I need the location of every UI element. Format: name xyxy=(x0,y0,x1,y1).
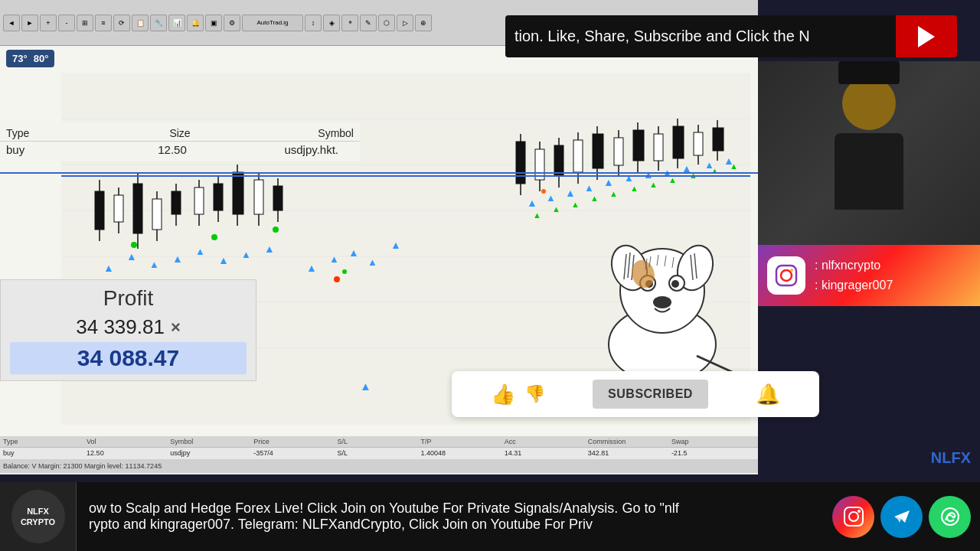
svg-point-115 xyxy=(781,270,792,281)
telegram-social-button[interactable] xyxy=(880,496,923,538)
svg-rect-48 xyxy=(713,128,724,151)
toolbar-btn-14[interactable]: ↕ xyxy=(305,15,322,31)
toolbar-btn-18[interactable]: ⬡ xyxy=(378,15,395,31)
cell-swap: -21.5 xyxy=(671,449,755,457)
chart-horizontal-line xyxy=(0,172,758,174)
svg-text:▲: ▲ xyxy=(552,204,560,214)
svg-rect-8 xyxy=(95,191,104,230)
toolbar-btn-9[interactable]: 🔧 xyxy=(150,15,167,31)
svg-point-78 xyxy=(541,189,546,194)
subscribed-button[interactable]: SUBSCRIBED xyxy=(593,380,708,409)
svg-rect-42 xyxy=(654,134,663,161)
profit-value-row: 34 339.81 × xyxy=(10,315,247,339)
toolbar-btn-4[interactable]: - xyxy=(58,15,75,31)
youtube-logo[interactable] xyxy=(896,15,957,57)
notification-bell-button[interactable]: 🔔 xyxy=(756,383,780,406)
svg-text:▲: ▲ xyxy=(218,254,229,266)
bottom-bar: NLFX CRYPTO ow to Scalp and Hedge Forex … xyxy=(0,482,980,551)
nlfx-line1: NLFX xyxy=(27,506,49,517)
yt-play-icon xyxy=(918,26,935,47)
toolbar-btn-2[interactable]: ► xyxy=(21,15,38,31)
webcam-panel xyxy=(758,61,980,245)
svg-text:▲: ▲ xyxy=(527,197,537,209)
toolbar-btn-16[interactable]: ⌖ xyxy=(341,15,358,31)
svg-text:▲: ▲ xyxy=(630,184,639,193)
svg-text:▲: ▲ xyxy=(264,243,275,255)
table-row: buy 12.50 usdjpy -357/4 S/L 1.40048 14.3… xyxy=(0,448,758,458)
person-silhouette xyxy=(823,77,915,230)
svg-rect-14 xyxy=(152,199,162,230)
instagram-social-icon xyxy=(843,506,864,527)
toolbar-btn-13[interactable]: ⚙ xyxy=(224,15,240,31)
cell-comm: 342.81 xyxy=(588,449,671,457)
toolbar-btn-5[interactable]: ⊞ xyxy=(77,15,93,31)
webcam-feed xyxy=(758,61,980,245)
toolbar-btn-6[interactable]: ≡ xyxy=(95,15,112,31)
nlfx-circle: NLFX CRYPTO xyxy=(11,490,65,543)
trade-info-panel: Type Size Symbol buy 12.50 usdjpy.hkt. xyxy=(0,122,360,161)
instagram-handles: : nlfxncrypto : kingrager007 xyxy=(815,256,893,295)
toolbar-btn-19[interactable]: ▷ xyxy=(397,15,413,31)
ticker-line1: ow to Scalp and Hedge Forex Live! Click … xyxy=(89,500,820,517)
temp-low: 73° xyxy=(12,53,28,64)
trade-data-row: buy 12.50 usdjpy.hkt. xyxy=(0,142,360,158)
toolbar-btn-15[interactable]: ◈ xyxy=(323,15,340,31)
svg-rect-38 xyxy=(614,138,623,165)
ticker-line2: rypto and kingrager007. Telegram: NLFXan… xyxy=(89,517,820,533)
svg-rect-46 xyxy=(694,132,703,155)
cell-price: -357/4 xyxy=(253,449,337,457)
thumbs-down-button[interactable]: 👎 xyxy=(524,384,545,404)
svg-point-119 xyxy=(858,510,861,513)
col-commission: Commission xyxy=(588,438,671,445)
svg-text:▲: ▲ xyxy=(306,262,317,274)
col-acc: Acc xyxy=(505,438,588,445)
svg-rect-36 xyxy=(593,134,603,168)
toolbar-btn-11[interactable]: 🔔 xyxy=(187,15,204,31)
svg-point-77 xyxy=(334,276,340,282)
profit-secondary-value: 34 088.47 xyxy=(10,342,247,374)
ig-handle-1: : nlfxncrypto xyxy=(815,256,893,276)
instagram-social-button[interactable] xyxy=(832,496,874,538)
svg-rect-10 xyxy=(114,195,123,222)
instagram-panel: : nlfxncrypto : kingrager007 xyxy=(758,245,980,306)
svg-text:▲: ▲ xyxy=(590,194,599,203)
toolbar-btn-12[interactable]: ▣ xyxy=(205,15,222,31)
subscribe-bar: 👍 👎 SUBSCRIBED 🔔 xyxy=(452,371,819,417)
svg-rect-16 xyxy=(172,191,181,214)
profit-close-button[interactable]: × xyxy=(171,318,181,337)
cell-type: buy xyxy=(3,449,87,457)
person-head xyxy=(842,77,896,130)
whatsapp-social-icon xyxy=(939,506,961,527)
svg-text:▲: ▲ xyxy=(195,246,205,257)
toolbar-btn-17[interactable]: ✎ xyxy=(360,15,377,31)
svg-text:▲: ▲ xyxy=(565,187,576,199)
nlfx-watermark: NLFX xyxy=(931,449,971,467)
instagram-svg xyxy=(775,264,798,287)
instagram-icon xyxy=(767,256,805,295)
svg-text:▲: ▲ xyxy=(390,239,401,251)
toolbar-btn-20[interactable]: ⊕ xyxy=(415,15,432,31)
toolbar-btn-1[interactable]: ◄ xyxy=(3,15,20,31)
toolbar-btn-auto[interactable]: AutoTrad.ig xyxy=(242,15,303,31)
svg-text:▲: ▲ xyxy=(241,249,251,260)
toolbar-btn-10[interactable]: 📊 xyxy=(168,15,185,31)
toolbar-btn-3[interactable]: + xyxy=(40,15,57,31)
svg-text:▲: ▲ xyxy=(329,253,339,265)
col-tp: T/P xyxy=(421,438,505,445)
svg-point-75 xyxy=(273,227,279,233)
table-header: Type Vol Symbol Price S/L T/P Acc Commis… xyxy=(0,436,758,448)
col-type: Type xyxy=(3,438,87,445)
profit-main-value: 34 339.81 xyxy=(76,315,165,339)
profit-panel: Profit 34 339.81 × 34 088.47 xyxy=(0,279,256,381)
whatsapp-social-button[interactable] xyxy=(929,496,971,538)
temp-display: 73° 80° xyxy=(6,50,54,67)
svg-text:▲: ▲ xyxy=(368,256,377,268)
cell-vol: 12.50 xyxy=(87,449,170,457)
svg-rect-22 xyxy=(233,172,243,214)
svg-text:▲: ▲ xyxy=(546,192,556,204)
toolbar-btn-7[interactable]: ⟳ xyxy=(113,15,130,31)
svg-text:▲: ▲ xyxy=(624,172,634,184)
toolbar-btn-8[interactable]: 📋 xyxy=(132,15,149,31)
thumbs-up-button[interactable]: 👍 xyxy=(491,383,515,406)
person-hat xyxy=(838,61,900,84)
